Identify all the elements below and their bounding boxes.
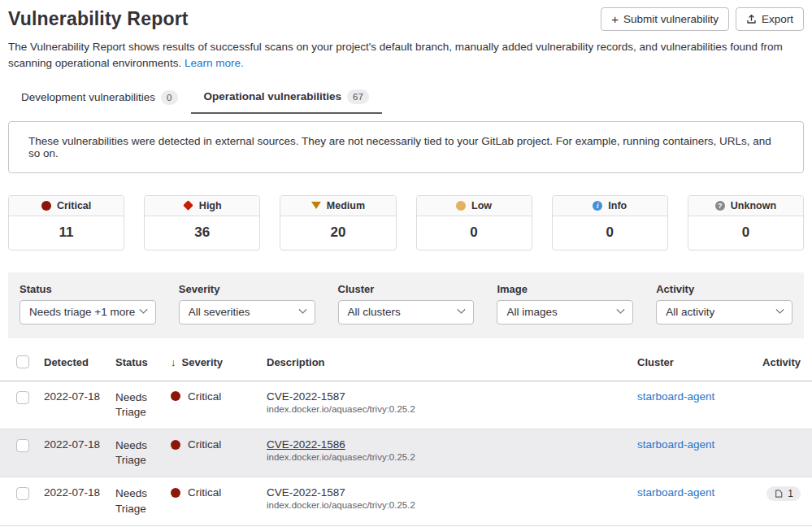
plus-icon: + xyxy=(611,13,619,25)
severity-critical-icon xyxy=(41,201,51,211)
severity-low-icon xyxy=(456,201,466,211)
status-label: Needs Triage xyxy=(115,486,171,516)
status-filter-value: Needs triage +1 more xyxy=(29,306,135,318)
filter-label: Severity xyxy=(179,283,315,295)
severity-filter-dropdown[interactable]: All severities xyxy=(179,300,315,324)
cluster-filter-dropdown[interactable]: All clusters xyxy=(338,300,475,324)
filter-bar: Status Needs triage +1 more Severity All… xyxy=(8,272,804,338)
table-row[interactable]: 2022-07-18 Needs Triage Critical CVE-202… xyxy=(0,381,812,429)
export-label: Export xyxy=(762,13,793,25)
image-path: index.docker.io/aquasec/trivy:0.25.2 xyxy=(267,500,637,510)
issues-count: 1 xyxy=(788,488,793,499)
status-label: Needs Triage xyxy=(115,438,171,468)
chevron-down-icon xyxy=(139,306,147,314)
header-actions: + Submit vulnerability Export xyxy=(601,7,804,31)
severity-card-label: Medium xyxy=(327,200,365,211)
detected-date: 2022-07-18 xyxy=(44,438,115,451)
row-checkbox[interactable] xyxy=(16,487,29,500)
severity-filter-value: All severities xyxy=(189,306,250,318)
page-title: Vulnerability Report xyxy=(8,8,189,30)
select-all-checkbox[interactable] xyxy=(16,355,29,368)
vulnerability-link[interactable]: CVE-2022-1586 xyxy=(267,438,345,451)
image-filter-dropdown[interactable]: All images xyxy=(497,300,633,324)
severity-medium-icon xyxy=(311,202,321,209)
severity-card-count: 36 xyxy=(145,216,259,250)
export-icon xyxy=(746,14,757,24)
severity-label: Critical xyxy=(188,390,221,403)
severity-summary: Critical 11 High 36 Medium 20 Low 0 xyxy=(8,195,804,250)
header-status[interactable]: Status xyxy=(115,355,171,370)
filter-label: Image xyxy=(497,283,633,295)
image-path: index.docker.io/aquasec/trivy:0.25.2 xyxy=(267,404,637,414)
severity-card-count: 20 xyxy=(280,216,395,250)
chevron-down-icon xyxy=(617,306,625,314)
row-checkbox[interactable] xyxy=(16,391,29,404)
severity-card-label: Critical xyxy=(57,200,91,211)
severity-high-icon xyxy=(183,200,193,211)
filter-status: Status Needs triage +1 more xyxy=(20,283,156,324)
severity-card-medium: Medium 20 xyxy=(280,195,396,250)
tab-count-badge: 67 xyxy=(347,89,369,104)
submit-vulnerability-label: Submit vulnerability xyxy=(623,13,719,25)
tab-label: Development vulnerabilities xyxy=(21,91,155,103)
image-path: index.docker.io/aquasec/trivy:0.25.2 xyxy=(267,452,637,462)
severity-card-label: High xyxy=(199,200,222,211)
vulnerability-report-page: Vulnerability Report + Submit vulnerabil… xyxy=(0,0,812,527)
severity-card-high: High 36 xyxy=(144,195,260,250)
status-filter-dropdown[interactable]: Needs triage +1 more xyxy=(20,300,156,324)
severity-card-critical: Critical 11 xyxy=(8,195,124,250)
learn-more-link[interactable]: Learn more. xyxy=(185,57,244,69)
image-filter-value: All images xyxy=(506,306,557,318)
cluster-link[interactable]: starboard-agent xyxy=(637,390,714,403)
notice-text: These vulnerabilities were detected in e… xyxy=(28,135,771,159)
filter-severity: Severity All severities xyxy=(179,283,315,324)
severity-card-label: Low xyxy=(471,200,492,211)
sort-descending-icon: ↓ xyxy=(171,356,176,368)
status-label: Needs Triage xyxy=(115,390,171,420)
header-detected[interactable]: Detected xyxy=(44,356,115,368)
issues-badge[interactable]: 1 xyxy=(766,486,801,501)
submit-vulnerability-button[interactable]: + Submit vulnerability xyxy=(601,7,729,31)
header-description: Description xyxy=(267,356,637,368)
tab-operational-vulnerabilities[interactable]: Operational vulnerabilities 67 xyxy=(191,83,382,114)
severity-label: Critical xyxy=(188,486,221,499)
vulnerability-table: Detected Status ↓ Severity Description C… xyxy=(0,348,812,527)
severity-card-count: 0 xyxy=(553,216,667,250)
severity-critical-icon xyxy=(171,440,180,450)
tab-bar: Development vulnerabilities 0 Operationa… xyxy=(8,83,804,114)
filter-cluster: Cluster All clusters xyxy=(338,283,475,324)
cluster-filter-value: All clusters xyxy=(348,306,401,318)
vulnerability-link[interactable]: CVE-2022-1587 xyxy=(267,390,345,403)
header-severity[interactable]: ↓ Severity xyxy=(171,356,267,368)
filter-activity: Activity All activity xyxy=(656,283,792,324)
cluster-link[interactable]: starboard-agent xyxy=(637,486,714,499)
export-button[interactable]: Export xyxy=(736,7,804,31)
activity-filter-value: All activity xyxy=(666,306,714,318)
page-description-text: The Vulnerability Report shows results o… xyxy=(8,41,783,69)
filter-label: Activity xyxy=(656,283,792,295)
vulnerability-link[interactable]: CVE-2022-1587 xyxy=(267,486,345,499)
table-row[interactable]: 2022-07-18 Needs Triage Critical CVE-202… xyxy=(0,477,812,525)
severity-card-count: 0 xyxy=(688,216,803,250)
header-activity: Activity xyxy=(747,356,804,368)
cluster-link[interactable]: starboard-agent xyxy=(637,438,714,451)
severity-card-label: Info xyxy=(608,200,627,211)
table-row[interactable]: 2022-07-18 Needs Triage Critical CVE-202… xyxy=(0,429,812,477)
table-header: Detected Status ↓ Severity Description C… xyxy=(0,348,812,381)
activity-filter-dropdown[interactable]: All activity xyxy=(656,300,792,324)
page-description: The Vulnerability Report shows results o… xyxy=(8,39,804,72)
severity-card-count: 0 xyxy=(417,216,532,250)
severity-card-info: Info 0 xyxy=(552,195,668,250)
issues-icon xyxy=(774,489,784,499)
severity-critical-icon xyxy=(171,488,180,498)
tab-development-vulnerabilities[interactable]: Development vulnerabilities 0 xyxy=(8,83,191,114)
row-checkbox[interactable] xyxy=(16,439,29,452)
severity-info-icon xyxy=(593,201,602,211)
external-sources-notice: These vulnerabilities were detected in e… xyxy=(8,121,804,173)
severity-label: Critical xyxy=(188,438,221,451)
tab-count-badge: 0 xyxy=(161,90,177,105)
chevron-down-icon xyxy=(458,306,466,314)
filter-label: Cluster xyxy=(338,283,475,295)
detected-date: 2022-07-18 xyxy=(44,486,115,499)
page-header: Vulnerability Report + Submit vulnerabil… xyxy=(8,0,804,31)
